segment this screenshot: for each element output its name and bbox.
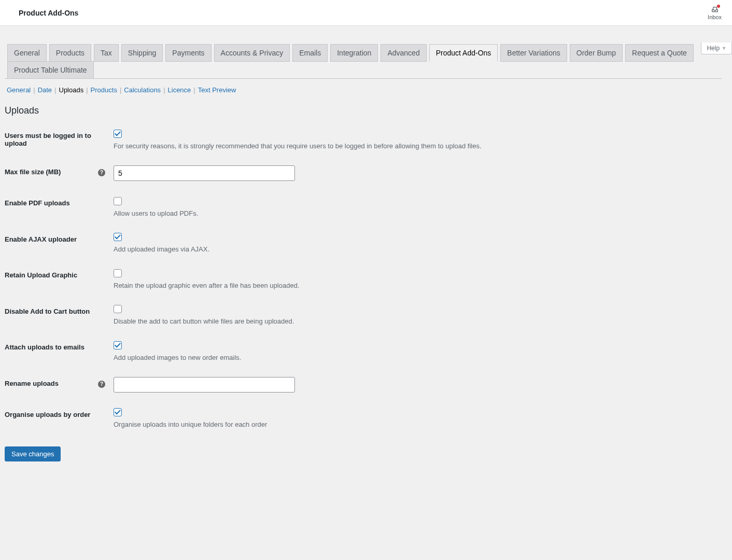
field-label: Retain Upload Graphic [5, 261, 108, 297]
field-desc: Allow users to upload PDFs. [114, 209, 716, 217]
tab-order-bump[interactable]: Order Bump [570, 44, 623, 62]
inbox-icon [711, 6, 719, 13]
tab-products[interactable]: Products [49, 44, 91, 62]
subtab-products[interactable]: Products [89, 86, 119, 94]
inbox-button[interactable]: Inbox [708, 6, 722, 20]
max-file-size-input[interactable] [114, 165, 295, 181]
retain-graphic-checkbox[interactable] [114, 269, 122, 277]
field-label-text: Rename uploads [5, 380, 59, 387]
help-tip-icon[interactable]: ? [98, 169, 105, 176]
tab-payments[interactable]: Payments [165, 44, 211, 62]
ajax-uploader-checkbox[interactable] [114, 233, 122, 241]
field-label: Enable PDF uploads [5, 189, 108, 225]
settings-subtabs: General|Date|Uploads|Products|Calculatio… [5, 86, 722, 94]
tab-advanced[interactable]: Advanced [381, 44, 426, 62]
inbox-label: Inbox [708, 14, 722, 20]
field-label: Rename uploads ? [5, 369, 108, 400]
section-title: Uploads [5, 105, 722, 116]
field-desc: Organise uploads into unique folders for… [114, 421, 716, 428]
help-label: Help [707, 45, 720, 52]
disable-cart-checkbox[interactable] [114, 305, 122, 313]
tab-request-a-quote[interactable]: Request a Quote [625, 44, 694, 62]
subtab-text-preview[interactable]: Text Preview [196, 86, 238, 94]
organise-uploads-checkbox[interactable] [114, 408, 122, 416]
subtab-calculations[interactable]: Calculations [122, 86, 163, 94]
field-label: Organise uploads by order [5, 400, 108, 437]
field-label: Enable AJAX uploader [5, 225, 108, 261]
subtab-licence[interactable]: Licence [166, 86, 193, 94]
field-desc: Add uploaded images to new order emails. [114, 354, 716, 361]
field-label-text: Max file size (MB) [5, 168, 61, 176]
tab-integration[interactable]: Integration [330, 44, 378, 62]
subtab-date[interactable]: Date [36, 86, 54, 94]
field-label: Attach uploads to emails [5, 333, 108, 369]
save-button[interactable]: Save changes [5, 446, 61, 461]
tab-product-add-ons[interactable]: Product Add-Ons [429, 44, 498, 62]
chevron-down-icon: ▼ [722, 46, 726, 51]
field-desc: Retain the upload graphic even after a f… [114, 282, 716, 289]
subtab-uploads[interactable]: Uploads [57, 86, 86, 94]
notification-dot-icon [717, 5, 720, 8]
settings-form: Users must be logged in to upload For se… [5, 121, 722, 436]
field-desc: For security reasons, it is strongly rec… [114, 142, 716, 150]
page-title: Product Add-Ons [19, 9, 78, 17]
top-bar: Product Add-Ons Inbox [0, 0, 732, 26]
field-label: Users must be logged in to upload [5, 121, 108, 158]
logged-in-checkbox[interactable] [114, 130, 122, 138]
help-tip-icon[interactable]: ? [98, 381, 105, 388]
attach-emails-checkbox[interactable] [114, 341, 122, 349]
tab-emails[interactable]: Emails [292, 44, 328, 62]
tab-shipping[interactable]: Shipping [121, 44, 163, 62]
field-desc: Disable the add to cart button while fil… [114, 317, 716, 325]
tab-accounts-privacy[interactable]: Accounts & Privacy [214, 44, 290, 62]
field-label: Max file size (MB) ? [5, 158, 108, 189]
settings-tabs: GeneralProductsTaxShippingPaymentsAccoun… [5, 26, 722, 79]
tab-general[interactable]: General [7, 44, 47, 62]
field-label: Disable Add to Cart button [5, 297, 108, 333]
pdf-uploads-checkbox[interactable] [114, 197, 122, 205]
tab-product-table-ultimate[interactable]: Product Table Ultimate [7, 61, 94, 79]
rename-uploads-input[interactable] [114, 377, 295, 393]
help-button[interactable]: Help ▼ [701, 43, 732, 54]
tab-tax[interactable]: Tax [94, 44, 119, 62]
tab-better-variations[interactable]: Better Variations [500, 44, 567, 62]
field-desc: Add uploaded images via AJAX. [114, 245, 716, 253]
subtab-general[interactable]: General [5, 86, 33, 94]
